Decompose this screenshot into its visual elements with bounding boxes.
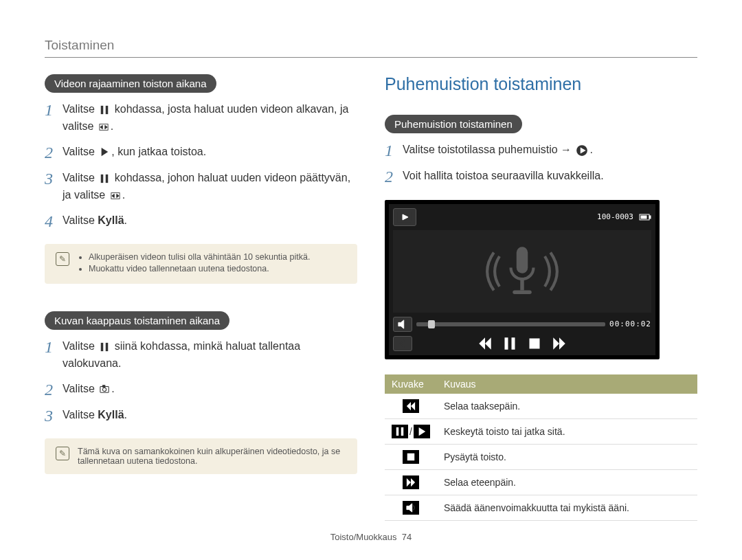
trim-icon bbox=[110, 191, 121, 201]
folder-label: 100-0003 bbox=[597, 212, 633, 221]
rule bbox=[45, 57, 697, 58]
pause-icon bbox=[392, 425, 408, 438]
note-text: Tämä kuva on samankokoinen kuin alkuperä… bbox=[78, 447, 346, 466]
heading-voice-memo: Puhemuistion toistaminen bbox=[385, 74, 697, 94]
step-number: 2 bbox=[385, 168, 403, 186]
svg-rect-21 bbox=[520, 279, 524, 291]
forward-icon bbox=[552, 337, 566, 350]
note-box: ✎ Alkuperäisen videon tulisi olla vähint… bbox=[45, 244, 357, 284]
mic-graphic bbox=[393, 230, 651, 313]
step-text: Valitse . bbox=[63, 381, 357, 398]
device-screenshot: 100-0003 bbox=[385, 200, 660, 359]
right-column: Puhemuistion toistaminen Puhemuistion to… bbox=[385, 74, 697, 521]
play-circle-icon bbox=[576, 144, 588, 157]
step-text: Valitse Kyllä. bbox=[63, 212, 357, 229]
manual-page: Toistaminen Videon rajaaminen toiston ai… bbox=[0, 0, 742, 560]
pause-icon bbox=[99, 174, 110, 183]
step-text: Valitse kohdassa, josta haluat uuden vid… bbox=[63, 101, 357, 135]
rewind-icon bbox=[478, 337, 492, 350]
elapsed-time: 00:00:02 bbox=[609, 320, 651, 328]
volume-icon bbox=[403, 501, 419, 515]
step-number: 1 bbox=[385, 142, 403, 159]
steps-capture: 1 Valitse siinä kohdassa, minkä haluat t… bbox=[45, 338, 357, 425]
step-text: Valitse siinä kohdassa, minkä haluat tal… bbox=[63, 338, 357, 372]
step-number: 1 bbox=[45, 338, 63, 356]
step-number: 1 bbox=[45, 101, 63, 119]
rewind-icon bbox=[403, 399, 419, 413]
note-box: ✎ Tämä kuva on samankokoinen kuin alkupe… bbox=[45, 438, 357, 474]
back-button bbox=[393, 336, 412, 351]
stop-icon bbox=[528, 337, 541, 350]
step-text: Valitse toistotilassa puhemuistio → . bbox=[403, 142, 697, 159]
play-icon bbox=[99, 147, 110, 157]
desc: Selaa taaksepäin. bbox=[437, 394, 697, 419]
th-icon: Kuvake bbox=[385, 374, 437, 394]
forward-icon bbox=[403, 475, 419, 489]
step-text: Valitse , kun jatkaa toistoa. bbox=[63, 144, 357, 161]
progress-bar bbox=[416, 322, 605, 326]
table-row: Selaa taaksepäin. bbox=[385, 394, 697, 419]
step-text: Valitse kohdassa, johon haluat uuden vid… bbox=[63, 170, 357, 204]
pause-icon bbox=[503, 337, 517, 350]
step-text: Voit hallita toistoa seuraavilla kuvakke… bbox=[403, 168, 697, 185]
pill-trim-video: Videon rajaaminen toiston aikana bbox=[45, 74, 216, 93]
step-number: 3 bbox=[45, 170, 63, 188]
table-row: Selaa eteenpäin. bbox=[385, 469, 697, 495]
svg-rect-20 bbox=[517, 247, 528, 273]
desc: Selaa eteenpäin. bbox=[437, 469, 697, 495]
pill-capture: Kuvan kaappaus toistaminen aikana bbox=[45, 311, 229, 330]
th-desc: Kuvaus bbox=[437, 374, 697, 394]
desc: Keskeytä toisto tai jatka sitä. bbox=[437, 418, 697, 444]
desc: Säädä äänenvoimakkuutta tai mykistä ääni… bbox=[437, 495, 697, 520]
playback-mode-icon bbox=[393, 208, 416, 226]
play-icon bbox=[414, 425, 430, 438]
step-number: 3 bbox=[45, 407, 63, 425]
volume-button bbox=[393, 317, 412, 332]
note-icon: ✎ bbox=[56, 447, 69, 460]
icon-table: Kuvake Kuvaus Selaa taaksepäin. / bbox=[385, 374, 697, 521]
svg-rect-22 bbox=[513, 290, 532, 294]
stop-icon bbox=[403, 450, 419, 464]
battery-icon bbox=[639, 213, 651, 221]
step-text: Valitse Kyllä. bbox=[63, 407, 357, 424]
columns: Videon rajaaminen toiston aikana 1 Valit… bbox=[45, 74, 697, 521]
trim-icon bbox=[98, 122, 109, 132]
note-list: Alkuperäisen videon tulisi olla vähintää… bbox=[78, 252, 310, 276]
page-footer: Toisto/Muokkaus 74 bbox=[0, 532, 742, 542]
pause-icon bbox=[99, 105, 110, 115]
steps-voice: 1 Valitse toistotilassa puhemuistio → . … bbox=[385, 142, 697, 186]
table-row: / Keskeytä toisto tai jatka sitä. bbox=[385, 418, 697, 444]
table-row: Säädä äänenvoimakkuutta tai mykistä ääni… bbox=[385, 495, 697, 520]
note-item: Alkuperäisen videon tulisi olla vähintää… bbox=[89, 252, 310, 262]
pill-voice-memo: Puhemuistion toistaminen bbox=[385, 115, 522, 133]
transport-controls bbox=[478, 337, 566, 350]
left-column: Videon rajaaminen toiston aikana 1 Valit… bbox=[45, 74, 357, 521]
desc: Pysäytä toisto. bbox=[437, 444, 697, 469]
section-title: Toistaminen bbox=[45, 38, 697, 53]
step-number: 2 bbox=[45, 144, 63, 161]
note-item: Muokattu video tallennetaan uutena tiedo… bbox=[89, 264, 310, 273]
table-row: Pysäytä toisto. bbox=[385, 444, 697, 469]
pause-icon bbox=[99, 342, 110, 352]
steps-trim: 1 Valitse kohdassa, josta haluat uuden v… bbox=[45, 101, 357, 230]
step-number: 2 bbox=[45, 381, 63, 399]
step-number: 4 bbox=[45, 212, 63, 230]
camera-icon bbox=[99, 384, 110, 394]
note-icon: ✎ bbox=[56, 252, 69, 266]
